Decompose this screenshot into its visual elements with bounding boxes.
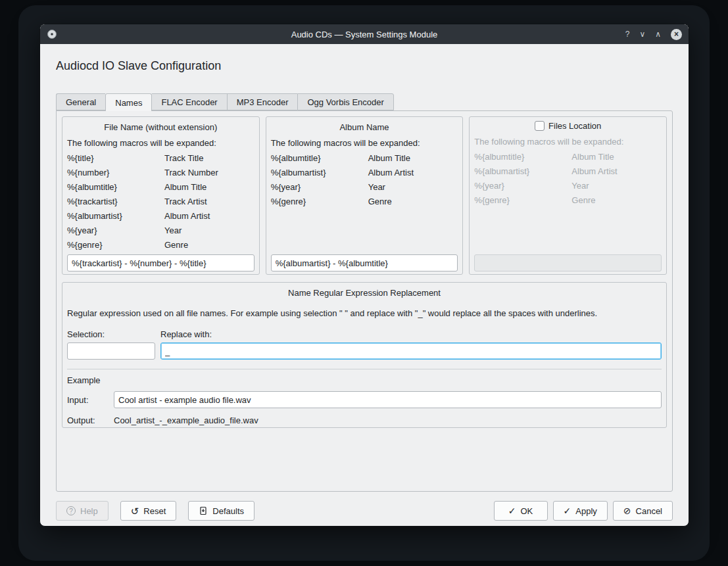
apply-button-label: Apply — [575, 506, 597, 516]
defaults-button-label: Defaults — [212, 506, 244, 516]
file-name-macros-intro: The following macros will be expanded: — [67, 138, 255, 148]
help-icon: ? — [66, 506, 76, 515]
macro-desc: Genre — [368, 195, 458, 209]
settings-window: Audio CDs — System Settings Module ? ∨ ∧… — [39, 24, 689, 527]
left-button-group: ? Help ↺ Reset Def — [56, 501, 255, 521]
titlebar-help-button[interactable]: ? — [625, 30, 630, 38]
album-name-macro-list: %{albumtitle}Album Title %{albumartist}A… — [271, 151, 458, 209]
macro-desc: Album Artist — [571, 164, 662, 179]
file-name-group-title: File Name (without extension) — [67, 122, 255, 132]
macro-name: %{albumtitle} — [474, 150, 571, 164]
help-button-label: Help — [80, 506, 98, 516]
macro-desc: Album Artist — [164, 209, 255, 224]
macro-name: %{albumartist} — [474, 164, 571, 179]
file-name-macro-list: %{title}Track Title %{number}Track Numbe… — [67, 151, 255, 252]
cancel-icon: ⊘ — [623, 506, 631, 515]
macro-desc: Track Number — [164, 166, 255, 180]
selection-label: Selection: — [67, 329, 160, 339]
macro-name: %{albumartist} — [67, 209, 164, 224]
files-location-title-row[interactable]: Files Location — [474, 121, 662, 131]
macro-name: %{title} — [67, 151, 164, 166]
album-name-macros-intro: The following macros will be expanded: — [271, 138, 458, 148]
example-input-label: Input: — [67, 395, 114, 405]
macro-name: %{year} — [271, 180, 368, 195]
example-output-value: Cool_artist_-_example_audio_file.wav — [114, 415, 258, 425]
files-location-macro-list: %{albumtitle}Album Title %{albumartist}A… — [474, 150, 662, 208]
files-location-group-box: Files Location The following macros will… — [469, 116, 667, 275]
files-location-pattern-input — [474, 254, 662, 271]
macro-desc: Year — [368, 180, 458, 195]
audio-cd-window-icon — [47, 29, 57, 39]
minimize-icon[interactable]: ∨ — [639, 30, 645, 38]
macro-name: %{number} — [67, 166, 164, 180]
macro-desc: Album Artist — [368, 166, 458, 180]
macro-name: %{year} — [474, 179, 571, 193]
regex-description: Regular expression used on all file name… — [67, 308, 662, 318]
selection-input[interactable] — [67, 342, 155, 360]
macro-desc: Genre — [164, 238, 255, 252]
ok-button[interactable]: ✓ OK — [494, 501, 548, 521]
window-title: Audio CDs — System Settings Module — [40, 30, 689, 39]
example-divider — [67, 369, 662, 369]
reset-icon: ↺ — [131, 506, 139, 516]
tab-names[interactable]: Names — [105, 93, 152, 111]
tab-general[interactable]: General — [56, 93, 105, 110]
regex-inputs-row — [67, 342, 662, 360]
regex-labels-row: Selection: Replace with: — [67, 329, 662, 339]
tab-ogg-vorbis-encoder[interactable]: Ogg Vorbis Encoder — [297, 93, 393, 110]
defaults-icon — [199, 506, 208, 515]
macro-name: %{albumtitle} — [271, 151, 368, 166]
macro-desc: Genre — [571, 193, 662, 208]
apply-check-icon: ✓ — [564, 506, 571, 515]
tab-flac-encoder[interactable]: FLAC Encoder — [152, 93, 226, 110]
album-name-group-title: Album Name — [271, 122, 458, 132]
replace-with-input[interactable] — [160, 342, 662, 360]
titlebar[interactable]: Audio CDs — System Settings Module ? ∨ ∧… — [40, 24, 689, 44]
example-output-label: Output: — [67, 415, 114, 425]
right-button-group: ✓ OK ✓ Apply ⊘ Cancel — [494, 501, 673, 521]
macro-desc: Year — [571, 179, 662, 193]
apply-button[interactable]: ✓ Apply — [553, 501, 608, 521]
reset-button[interactable]: ↺ Reset — [120, 501, 177, 521]
album-name-group-box: Album Name The following macros will be … — [266, 116, 464, 275]
macro-desc: Track Title — [164, 151, 255, 166]
ok-check-icon: ✓ — [508, 506, 516, 515]
cancel-button[interactable]: ⊘ Cancel — [613, 501, 673, 521]
defaults-button[interactable]: Defaults — [188, 501, 255, 521]
tab-mp3-encoder[interactable]: MP3 Encoder — [227, 93, 298, 110]
example-input-row: Input: — [67, 391, 662, 408]
macro-name: %{genre} — [271, 195, 368, 209]
regex-group-title: Name Regular Expression Replacement — [67, 288, 662, 298]
page-title: Audiocd IO Slave Configuration — [56, 59, 673, 73]
macro-desc: Album Title — [571, 150, 662, 164]
replace-with-label: Replace with: — [160, 329, 212, 339]
macro-desc: Album Title — [368, 151, 458, 166]
reset-button-label: Reset — [143, 506, 166, 516]
close-icon[interactable]: × — [671, 29, 682, 40]
example-heading: Example — [67, 375, 662, 385]
macro-name: %{albumtitle} — [67, 180, 164, 195]
macro-name: %{trackartist} — [67, 195, 164, 209]
files-location-macros-intro: The following macros will be expanded: — [474, 137, 662, 147]
example-output-row: Output: Cool_artist_-_example_audio_file… — [67, 415, 662, 425]
file-name-pattern-input[interactable] — [67, 254, 255, 271]
macro-desc: Album Title — [164, 180, 255, 195]
macro-name: %{year} — [67, 224, 164, 238]
macro-desc: Year — [164, 224, 255, 238]
name-boxes-row: File Name (without extension) The follow… — [62, 116, 667, 275]
album-name-pattern-input[interactable] — [271, 254, 458, 271]
regex-replacement-group-box: Name Regular Expression Replacement Regu… — [62, 282, 667, 428]
files-location-group-title: Files Location — [548, 121, 601, 131]
macro-name: %{albumartist} — [271, 166, 368, 180]
help-button[interactable]: ? Help — [56, 501, 109, 521]
ok-button-label: OK — [521, 506, 533, 516]
macro-name: %{genre} — [67, 238, 164, 252]
window-body: Audiocd IO Slave Configuration General N… — [40, 44, 689, 526]
file-name-group-box: File Name (without extension) The follow… — [62, 116, 260, 275]
files-location-checkbox[interactable] — [535, 121, 545, 131]
macro-name: %{genre} — [474, 193, 571, 208]
tab-content-frame: File Name (without extension) The follow… — [56, 110, 673, 492]
example-input-field[interactable] — [114, 391, 662, 408]
tab-bar: General Names FLAC Encoder MP3 Encoder O… — [56, 93, 673, 110]
maximize-icon[interactable]: ∧ — [655, 30, 661, 38]
